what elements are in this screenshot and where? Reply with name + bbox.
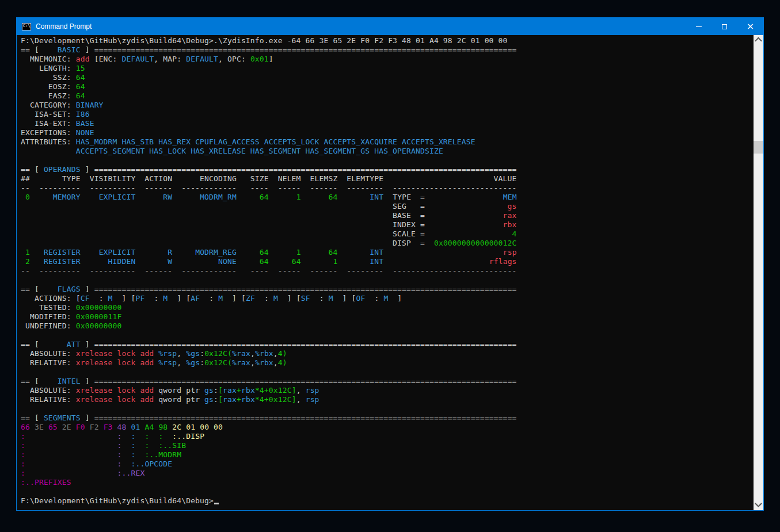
console-segment: , [296,395,306,404]
console-segment [425,193,503,201]
console-segment: gs [204,386,214,395]
console-line [21,156,754,165]
console-segment: MNEMONIC: [21,55,76,63]
console-segment: BASE [76,119,94,128]
console-line: -- --------- ---------- ------ ---------… [21,183,754,193]
console-segment [135,432,144,441]
console-line: : : :..OPCODE [21,460,754,469]
console-line: ISA-EXT: BASE [21,119,754,128]
console-segment: %rax [232,358,250,367]
console-segment: %gs [186,358,200,367]
console-segment: :..SIB [158,441,186,450]
console-segment: 64 [76,73,85,82]
close-button[interactable]: × [737,18,763,35]
console-line: SCALE = 4 [21,229,754,239]
console-segment: ] [388,294,402,303]
console-segment: :..OPCODE [131,460,172,468]
console-segment: xrelease lock add [76,358,154,367]
console-segment: INT [337,257,383,266]
console-segment: :..MODRM [144,450,181,459]
console-line: EASZ: 64 [21,91,754,101]
console-segment: ACCEPTS_SEGMENT HAS_LOCK HAS_XRELEASE HA… [76,147,443,155]
console-segment: M [329,294,333,303]
console-segment: UNDEFINED: [21,322,76,330]
console-segment: : [144,294,163,303]
console-segment: INT [337,248,383,257]
console-line: RELATIVE: xrelease lock add qword ptr gs… [21,395,754,404]
console-line: : :..REX [21,469,754,478]
console-segment: OPERANDS [44,165,81,174]
console-line: RELATIVE: xrelease lock add %rsp, %gs:0x… [21,358,754,368]
console-line: MNEMONIC: add [ENC: DEFAULT, MAP: DEFAUL… [21,55,754,64]
console-segment: F0 [76,423,90,431]
console-segment: 64 [237,257,269,266]
console-segment: == [ [21,165,44,174]
console-segment: 01 [131,423,145,431]
console-segment: xrelease lock add [76,349,154,358]
console-segment: DEFAULT [122,55,154,63]
console-segment: OF [356,294,366,303]
console-segment [425,229,512,238]
console-segment [122,450,131,459]
console-segment: 4) [278,349,287,358]
title-bar[interactable]: C:\ Command Prompt × [17,18,763,35]
scrollbar[interactable] [754,35,763,510]
console-line: 0 MEMORY EXPLICIT RW MODRM_RM 64 1 64 IN… [21,193,754,202]
console-line [21,487,754,496]
console-line: UNDEFINED: 0x00000000 [21,322,754,331]
console-segment: ] [ [168,294,191,303]
console-line: INDEX = rbx [21,220,754,229]
console-segment: : [214,395,218,404]
console-segment [149,432,158,441]
console-segment: == [ [21,285,44,293]
scroll-thumb[interactable] [754,141,763,154]
console-segment: , [296,386,306,395]
cmd-prompt-icon: C:\ [22,23,31,30]
console-segment: : [90,294,108,303]
console-output[interactable]: F:\Development\GitHub\zydis\Build64\Debu… [17,35,754,510]
console-segment: *4+0x12C] [255,386,296,395]
console-segment: I86 [76,110,90,118]
console-segment: ] ======================================… [81,285,517,293]
console-segment: 1 [21,248,30,257]
console-line [21,331,754,340]
console-segment: HIDDEN [81,257,136,266]
console-segment: : [117,460,122,468]
console-segment: PF [135,294,144,303]
console-segment [425,211,503,220]
console-segment: 1 [269,193,301,201]
console-segment: %rsp [158,349,177,358]
console-segment: qword ptr [154,395,204,404]
console-segment [25,469,117,477]
console-line: 66 3E 65 2E F0 F2 F3 48 01 A4 98 2C 01 0… [21,423,754,432]
console-segment: , [250,349,255,358]
console-line: -- --------- ---------- ------ ---------… [21,266,754,275]
console-segment [25,432,117,441]
console-segment: 48 [117,423,131,431]
console-segment: rax [503,211,517,220]
console-segment: , [177,358,186,367]
console-segment: 2E [62,423,76,431]
console-segment: 0x0000011F [76,312,122,321]
console-segment: 1 [301,257,338,266]
maximize-button[interactable] [711,18,737,35]
console-segment: M [218,294,223,303]
scroll-down-button[interactable] [754,500,763,510]
console-segment: CF [81,294,90,303]
console-segment: MEMORY [30,193,81,201]
console-segment: F:\Development\GitHub\zydis\Build64\Debu… [21,36,508,45]
minimize-button[interactable] [686,18,711,35]
console-line: : : : : :..SIB [21,441,754,450]
console-segment: rbx [241,386,255,395]
console-segment: 98 [158,423,172,431]
console-segment: == [ [21,340,44,349]
console-line: SEG = gs [21,202,754,211]
console-segment: REGISTER [30,257,81,266]
scroll-up-button[interactable] [754,35,763,45]
console-segment: : [214,386,218,395]
console-segment: SSZ: [21,73,76,82]
console-segment: RW [135,193,172,201]
console-segment: : [117,432,122,441]
console-line: ATTRIBUTES: HAS_MODRM HAS_SIB HAS_REX CP… [21,137,754,147]
console-segment: 2 [21,257,30,266]
